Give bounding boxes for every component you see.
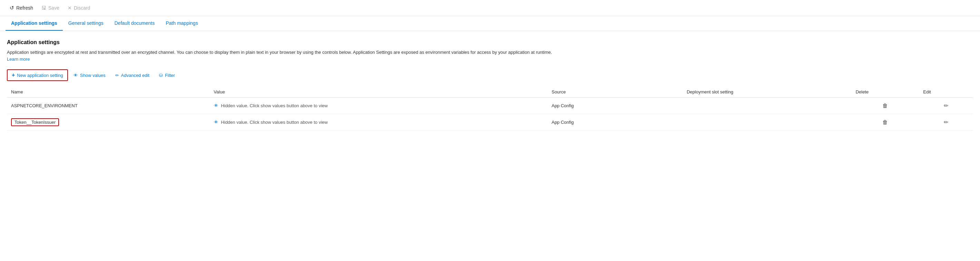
refresh-icon: ↺ — [10, 5, 14, 11]
eye-icon: 👁 — [214, 103, 218, 108]
eye-icon: 👁 — [214, 119, 218, 125]
learn-more-link[interactable]: Learn more — [7, 57, 30, 62]
settings-table: Name Value Source Deployment slot settin… — [7, 86, 973, 130]
tab-bar: Application settings General settings De… — [0, 16, 980, 31]
tab-application-settings[interactable]: Application settings — [6, 16, 63, 31]
col-header-name: Name — [7, 86, 210, 97]
refresh-button[interactable]: ↺ Refresh — [6, 3, 37, 13]
col-header-slot: Deployment slot setting — [682, 86, 852, 97]
delete-button[interactable]: 🗑 — [880, 101, 891, 110]
tab-default-documents[interactable]: Default documents — [109, 16, 161, 31]
save-label: Save — [48, 5, 59, 11]
eye-icon: 👁 — [73, 73, 78, 78]
section-title: Application settings — [7, 39, 973, 46]
setting-name: Token__TokenIssuer — [11, 118, 59, 126]
discard-icon: ✕ — [68, 5, 72, 11]
new-setting-label: New application setting — [17, 73, 63, 78]
discard-label: Discard — [74, 5, 90, 11]
new-application-setting-button[interactable]: + New application setting — [7, 69, 68, 81]
discard-button[interactable]: ✕ Discard — [64, 3, 94, 13]
show-values-label: Show values — [80, 73, 105, 78]
setting-name: ASPNETCORE_ENVIRONMENT — [7, 97, 210, 114]
setting-slot — [682, 97, 852, 114]
filter-button[interactable]: ⛁ Filter — [155, 71, 179, 80]
advanced-edit-label: Advanced edit — [121, 73, 150, 78]
trash-icon: 🗑 — [882, 103, 888, 108]
tab-general-settings[interactable]: General settings — [63, 16, 109, 31]
save-icon: 🖫 — [41, 5, 46, 11]
edit-button[interactable]: ✏ — [941, 118, 951, 127]
delete-button[interactable]: 🗑 — [880, 118, 891, 127]
setting-value: 👁Hidden value. Click show values button … — [210, 97, 547, 114]
save-button[interactable]: 🖫 Save — [37, 3, 64, 13]
setting-slot — [682, 114, 852, 130]
action-bar: + New application setting 👁 Show values … — [7, 69, 973, 81]
table-row: Token__TokenIssuer👁Hidden value. Click s… — [7, 114, 973, 130]
tab-path-mappings[interactable]: Path mappings — [160, 16, 203, 31]
setting-value: 👁Hidden value. Click show values button … — [210, 114, 547, 130]
edit-pencil-icon: ✏ — [944, 103, 948, 108]
toolbar: ↺ Refresh 🖫 Save ✕ Discard — [0, 0, 980, 16]
edit-button[interactable]: ✏ — [941, 101, 951, 110]
col-header-edit: Edit — [919, 86, 973, 97]
show-values-button[interactable]: 👁 Show values — [69, 71, 110, 80]
content-area: Application settings Application setting… — [0, 31, 980, 139]
filter-icon: ⛁ — [159, 73, 163, 78]
setting-source: App Config — [547, 97, 682, 114]
pencil-icon: ✏ — [115, 73, 119, 78]
description: Application settings are encrypted at re… — [7, 49, 559, 62]
col-header-value: Value — [210, 86, 547, 97]
setting-source: App Config — [547, 114, 682, 130]
trash-icon: 🗑 — [882, 119, 888, 125]
plus-icon: + — [12, 72, 15, 78]
refresh-label: Refresh — [16, 5, 33, 11]
edit-pencil-icon: ✏ — [944, 119, 948, 125]
table-header-row: Name Value Source Deployment slot settin… — [7, 86, 973, 97]
table-row: ASPNETCORE_ENVIRONMENT👁Hidden value. Cli… — [7, 97, 973, 114]
col-header-source: Source — [547, 86, 682, 97]
filter-label: Filter — [165, 73, 175, 78]
col-header-delete: Delete — [851, 86, 919, 97]
advanced-edit-button[interactable]: ✏ Advanced edit — [111, 71, 153, 80]
